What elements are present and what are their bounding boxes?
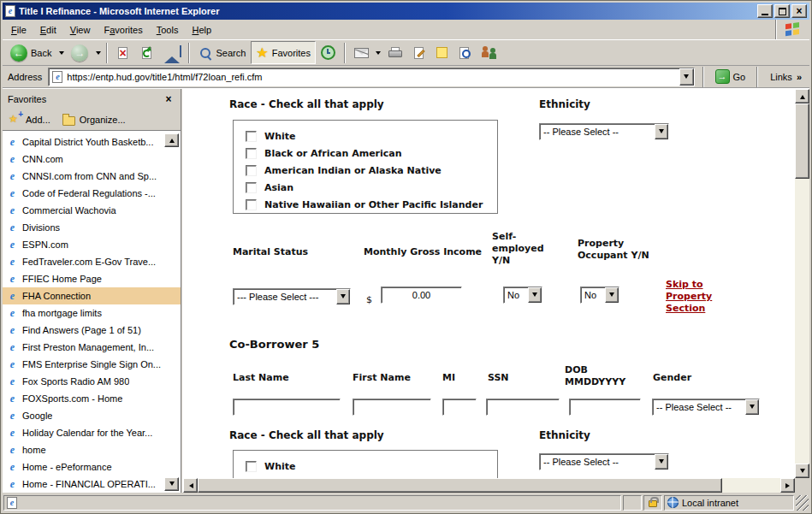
race-checkbox[interactable]: [246, 131, 257, 142]
discuss-button[interactable]: [431, 41, 453, 64]
monthly-income-input[interactable]: [381, 287, 462, 304]
messenger-button[interactable]: [477, 41, 503, 64]
favorites-item-label: Divisions: [22, 222, 60, 233]
forward-history-dropdown[interactable]: [93, 41, 103, 64]
favorites-item[interactable]: eHome - FINANCIAL OPERATI...: [3, 476, 181, 493]
marital-status-select[interactable]: --- Please Select ---: [233, 288, 351, 305]
menu-item-file[interactable]: File: [4, 22, 33, 38]
chevron-down-icon: [659, 129, 664, 136]
close-button[interactable]: ×: [791, 4, 807, 18]
favorites-item[interactable]: eHome - ePeformance: [3, 458, 181, 476]
favorites-scroll-down-button[interactable]: [164, 477, 179, 491]
favorites-add-button[interactable]: Add...: [9, 115, 50, 126]
vertical-scroll-thumb[interactable]: [795, 103, 809, 179]
scroll-left-button[interactable]: [183, 478, 198, 493]
forward-button[interactable]: →: [66, 41, 93, 64]
menu-item-tools[interactable]: Tools: [150, 22, 186, 38]
favorites-item[interactable]: eCode of Federal Regulations -...: [3, 185, 181, 202]
history-button[interactable]: [316, 41, 341, 64]
favorites-item-label: Holiday Calendar for the Year...: [22, 428, 152, 438]
stop-button[interactable]: ×: [111, 41, 135, 64]
go-button[interactable]: → Go: [712, 68, 750, 85]
address-input[interactable]: e https://entp.hud.gov/title1/html/f72lo…: [48, 68, 694, 86]
mail-dropdown[interactable]: [374, 41, 383, 64]
ssn-input[interactable]: [486, 399, 560, 416]
favorites-item[interactable]: efha mortgage limits: [3, 304, 181, 322]
menu-item-favorites[interactable]: Favorites: [97, 22, 149, 38]
ethnicity-heading-1: Ethnicity: [539, 98, 590, 110]
search-button[interactable]: Search: [193, 41, 251, 64]
vertical-scrollbar[interactable]: [795, 89, 809, 478]
resize-grip[interactable]: [796, 495, 809, 511]
favorites-item[interactable]: eCNNSI.com from CNN and Sp...: [3, 168, 181, 185]
race-checkbox[interactable]: [246, 461, 257, 472]
menu-item-help[interactable]: Help: [185, 22, 218, 38]
menu-item-edit[interactable]: Edit: [33, 22, 63, 38]
gender-select[interactable]: -- Please Select --: [652, 399, 760, 416]
favorites-item[interactable]: eFirst Preston Management, In...: [3, 339, 181, 356]
minimize-button[interactable]: [757, 4, 773, 18]
favorites-item[interactable]: ehome: [3, 441, 181, 458]
horizontal-scrollbar[interactable]: [183, 478, 809, 493]
property-occupant-select[interactable]: No: [580, 287, 619, 304]
refresh-button[interactable]: [135, 41, 159, 64]
scroll-down-button[interactable]: [795, 464, 809, 478]
last-name-input[interactable]: [233, 399, 341, 416]
favorites-item[interactable]: eFind Answers (Page 1 of 51): [3, 322, 181, 339]
favorites-item[interactable]: eFedTraveler.com E-Gov Trave...: [3, 253, 181, 270]
edit-button[interactable]: [408, 41, 431, 64]
favorites-item[interactable]: eFox Sports Radio AM 980: [3, 373, 181, 390]
horizontal-scroll-thumb[interactable]: [198, 478, 722, 493]
maximize-button[interactable]: [774, 4, 790, 18]
ethnicity-select-1[interactable]: -- Please Select --: [539, 123, 669, 140]
ethnicity-select-2[interactable]: -- Please Select --: [539, 453, 669, 470]
favorites-item[interactable]: eFFIEC Home Page: [3, 270, 181, 287]
favorites-item[interactable]: eESPN.com: [3, 236, 181, 253]
vertical-scroll-track[interactable]: [795, 103, 809, 464]
print-button[interactable]: [383, 41, 408, 64]
forward-icon: →: [71, 44, 88, 62]
favorites-item[interactable]: eFOXSports.com - Home: [3, 390, 181, 407]
links-button[interactable]: Links »: [766, 72, 806, 82]
race-checkbox[interactable]: [246, 148, 257, 159]
back-history-dropdown[interactable]: [56, 41, 66, 64]
discuss-icon: [436, 47, 447, 58]
favorites-item[interactable]: eCNN.com: [3, 151, 181, 168]
favorites-item[interactable]: eFHA Connection: [3, 287, 181, 304]
favorites-item[interactable]: eHoliday Calendar for the Year...: [3, 424, 181, 441]
favorites-item[interactable]: eFMS Enterprise Single Sign On...: [3, 356, 181, 373]
security-zone-label: Local intranet: [682, 498, 738, 508]
self-employed-select[interactable]: No: [503, 287, 542, 304]
menu-item-view[interactable]: View: [63, 22, 98, 38]
mail-button[interactable]: [349, 41, 374, 64]
horizontal-scroll-track[interactable]: [198, 478, 780, 493]
favorites-button[interactable]: ★ Favorites: [251, 41, 316, 64]
favorites-item[interactable]: eCapital District Youth Basketb...: [3, 133, 181, 151]
research-button[interactable]: [453, 41, 477, 64]
home-button[interactable]: [159, 41, 185, 64]
chevron-right-icon: [785, 483, 792, 488]
race-option-row: White: [246, 458, 494, 475]
mi-input[interactable]: [442, 399, 477, 416]
favorites-scroll-up-button[interactable]: [164, 133, 179, 147]
address-dropdown-button[interactable]: [679, 68, 694, 86]
skip-to-property-link[interactable]: Skip to Property Section: [666, 279, 720, 315]
toolbar: ← Back → × Search ★ Favorites: [3, 40, 809, 66]
favorites-close-button[interactable]: ×: [162, 93, 175, 106]
race-checkbox[interactable]: [246, 182, 257, 193]
back-button[interactable]: ← Back: [5, 41, 56, 64]
race-checkbox[interactable]: [246, 165, 257, 176]
status-message-cell: e: [3, 495, 621, 511]
favorites-item[interactable]: eCommercial Wachovia: [3, 202, 181, 219]
dob-input[interactable]: [569, 399, 641, 416]
scroll-right-button[interactable]: [780, 478, 795, 493]
first-name-input[interactable]: [353, 399, 431, 416]
scroll-up-button[interactable]: [795, 89, 809, 103]
race-heading-2: Race - Check all that apply: [229, 429, 384, 441]
favorites-item-label: First Preston Management, In...: [22, 342, 154, 352]
favorites-label: Favorites: [272, 48, 311, 58]
favorites-organize-button[interactable]: Organize...: [62, 114, 126, 126]
race-checkbox[interactable]: [246, 199, 257, 210]
favorites-item[interactable]: eGoogle: [3, 407, 181, 424]
favorites-item[interactable]: eDivisions: [3, 219, 181, 236]
